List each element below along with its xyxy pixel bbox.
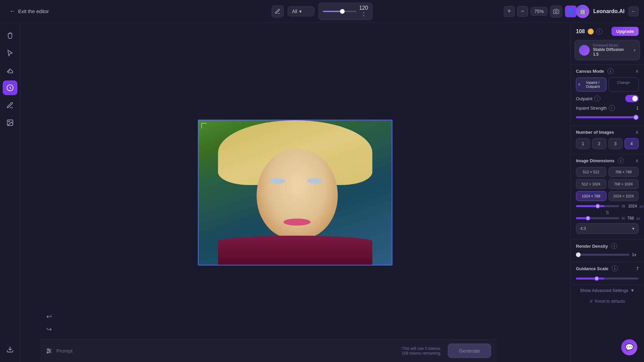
upgrade-button[interactable]: Upgrade bbox=[611, 27, 639, 36]
hand-tool-button[interactable] bbox=[3, 28, 17, 43]
inpaint-strength-value: 1 bbox=[636, 106, 639, 111]
pen-tool-button[interactable] bbox=[3, 98, 17, 113]
wh-inputs: W 1024 px ⇅ H 768 px bbox=[576, 204, 639, 221]
height-slider[interactable] bbox=[576, 217, 619, 219]
dim-1024x1024-button[interactable]: 1024 × 1024 bbox=[608, 191, 639, 201]
model-info: Finetuned Model Stable Diffusion 1.5 bbox=[593, 44, 630, 57]
outpaint-info-icon[interactable]: i bbox=[594, 96, 600, 102]
main-content: ↩ ↪ This will use 5 tokens. 108 tokens r… bbox=[0, 23, 644, 362]
size-up-arrow[interactable]: ▲ bbox=[362, 11, 365, 14]
zoom-out-button[interactable]: − bbox=[517, 6, 528, 17]
image-dimensions-info-icon[interactable]: i bbox=[618, 158, 624, 164]
height-row: H 768 px bbox=[576, 216, 639, 221]
brand-name-label: Leonardo.AI bbox=[593, 8, 625, 14]
prompt-settings-icon[interactable] bbox=[46, 348, 52, 354]
dim-512x512-button[interactable]: 512 × 512 bbox=[576, 167, 606, 177]
inpaint-strength-info-icon[interactable]: i bbox=[609, 105, 615, 111]
num-images-1-button[interactable]: 1 bbox=[576, 138, 590, 149]
undo-button[interactable]: ↩ bbox=[43, 310, 55, 322]
filter-all-dropdown[interactable]: All ▾ bbox=[288, 6, 315, 16]
guidance-scale-slider[interactable] bbox=[576, 278, 639, 280]
generate-label: Generate bbox=[459, 348, 480, 354]
brand-avatar: 🤖 bbox=[576, 5, 589, 18]
dim-768x768-button[interactable]: 768 × 768 bbox=[608, 167, 639, 177]
eraser-tool-button[interactable] bbox=[3, 63, 17, 78]
undo-icon: ↩ bbox=[46, 312, 52, 320]
image-dimensions-header[interactable]: Image Dimensions i ∧ bbox=[576, 158, 639, 164]
canvas-mode-info-icon[interactable]: i bbox=[607, 68, 613, 74]
reset-defaults-button[interactable]: ↺ Reset to defaults bbox=[571, 296, 644, 306]
advanced-settings-button[interactable]: Show Advanced Settings ▼ bbox=[571, 284, 644, 296]
canvas-mode-header[interactable]: Canvas Mode i ∧ bbox=[576, 68, 639, 74]
model-name-label: Stable Diffusion 1.5 bbox=[593, 47, 630, 57]
credits-info-icon[interactable]: i bbox=[596, 28, 602, 35]
outfit bbox=[218, 236, 373, 264]
collapse-icon: ← bbox=[631, 8, 636, 14]
model-selector[interactable]: Finetuned Model Stable Diffusion 1.5 ▾ bbox=[575, 40, 640, 60]
change-mode-button[interactable]: Change bbox=[608, 77, 639, 92]
svg-point-0 bbox=[555, 10, 557, 12]
inpaint-outpaint-button[interactable]: Inpaint / Outpaint bbox=[576, 77, 606, 92]
info-label: i bbox=[599, 29, 600, 33]
reset-icon: ↺ bbox=[589, 299, 593, 304]
prompt-input[interactable] bbox=[56, 348, 397, 354]
user-icon-button[interactable]: 👤 bbox=[565, 5, 577, 17]
toggle-thumb bbox=[632, 96, 638, 101]
num-images-3-button[interactable]: 3 bbox=[608, 138, 623, 149]
outpaint-toggle[interactable] bbox=[625, 95, 639, 102]
panel-collapse-button[interactable]: ← bbox=[629, 6, 639, 16]
select-tool-button[interactable] bbox=[3, 46, 17, 60]
render-density-header: Render Density i bbox=[576, 243, 639, 249]
num-images-header[interactable]: Number of Images ∧ bbox=[576, 129, 639, 135]
height-value: 768 bbox=[627, 216, 634, 221]
svg-point-9 bbox=[49, 350, 50, 351]
dim-1024x1024-label: 1024 × 1024 bbox=[613, 194, 634, 198]
token-info: This will use 5 tokens. 108 tokens remai… bbox=[401, 346, 441, 356]
left-eye bbox=[270, 178, 285, 184]
size-down-arrow[interactable]: ▼ bbox=[362, 14, 365, 17]
paint-tool-button[interactable] bbox=[3, 80, 17, 95]
redo-button[interactable]: ↪ bbox=[43, 323, 55, 335]
mode-dot-icon bbox=[578, 83, 580, 86]
render-density-slider[interactable] bbox=[576, 254, 629, 256]
undo-redo-container: ↩ ↪ bbox=[43, 310, 55, 335]
num-images-4-button[interactable]: 4 bbox=[625, 138, 639, 149]
zoom-percent-display[interactable]: 75% bbox=[531, 7, 547, 16]
chat-icon: 💬 bbox=[625, 343, 634, 351]
exit-label: Exit the editor bbox=[18, 8, 49, 14]
brush-size-slider[interactable] bbox=[323, 11, 357, 12]
reset-label: Reset to defaults bbox=[595, 299, 625, 304]
exit-editor-button[interactable]: ← Exit the editor bbox=[5, 5, 53, 17]
image-tool-button[interactable] bbox=[3, 115, 17, 130]
image-dimensions-title: Image Dimensions i bbox=[576, 158, 624, 164]
plus-icon: + bbox=[507, 8, 511, 15]
generate-button[interactable]: Generate bbox=[448, 344, 491, 358]
width-value: 1024 bbox=[628, 204, 637, 208]
right-eye bbox=[307, 178, 322, 184]
dim-512x1024-button[interactable]: 512 × 1024 bbox=[576, 179, 606, 189]
panel-header: 108 ⚡ i Upgrade bbox=[571, 23, 644, 39]
aspect-ratio-chevron-icon: ▾ bbox=[632, 226, 634, 231]
render-density-info-icon[interactable]: i bbox=[611, 243, 617, 249]
render-density-row: 1x bbox=[576, 252, 639, 257]
dim-768x1024-button[interactable]: 768 × 1024 bbox=[608, 179, 639, 189]
width-slider[interactable] bbox=[576, 205, 619, 207]
canvas-area[interactable]: ↩ ↪ This will use 5 tokens. 108 tokens r… bbox=[20, 23, 570, 362]
aspect-ratio-dropdown[interactable]: 4:3 ▾ bbox=[576, 223, 639, 234]
dim-1024x768-button[interactable]: 1024 × 768 bbox=[576, 191, 606, 201]
filter-all-label: All bbox=[292, 9, 298, 14]
zoom-in-button[interactable]: + bbox=[504, 6, 515, 17]
num-images-grid: 1 2 3 4 bbox=[576, 138, 639, 149]
canvas-image-wrapper bbox=[198, 120, 392, 265]
download-tool-button[interactable] bbox=[3, 342, 17, 357]
chat-fab-button[interactable]: 💬 bbox=[621, 339, 637, 355]
snapshot-button[interactable] bbox=[550, 5, 562, 17]
number-of-images-section: Number of Images ∧ 1 2 3 4 bbox=[571, 126, 644, 154]
credits-count: 108 bbox=[576, 28, 585, 35]
inpaint-strength-slider[interactable] bbox=[576, 116, 639, 118]
link-dimensions-icon[interactable]: ⇅ bbox=[605, 210, 609, 215]
canvas-image[interactable] bbox=[198, 120, 392, 265]
num-images-2-button[interactable]: 2 bbox=[592, 138, 606, 149]
brush-tool-button[interactable] bbox=[272, 5, 284, 17]
guidance-scale-info-icon[interactable]: i bbox=[612, 265, 618, 272]
